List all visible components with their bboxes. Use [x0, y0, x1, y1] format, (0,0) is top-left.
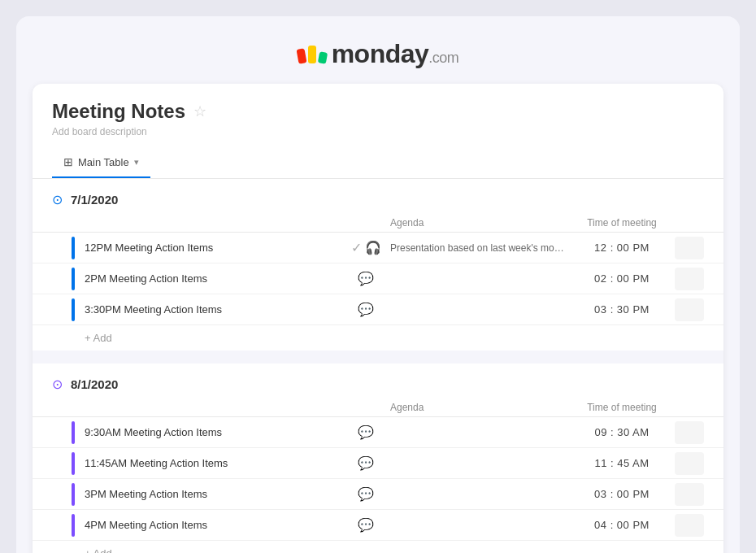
row-name: 11:45AM Meeting Action Items: [85, 457, 341, 469]
header: monday.com: [16, 16, 740, 84]
logo-bar-green: [318, 51, 328, 64]
board-tabs: ⊞ Main Table ▾: [52, 149, 704, 178]
row-status: 💬: [341, 455, 390, 471]
row-time: 02 : 00 PM: [569, 272, 675, 285]
table-icon: ⊞: [63, 155, 73, 168]
comment-icon: 💬: [358, 425, 374, 440]
row-extra: [675, 237, 704, 259]
row-color-bar: [72, 421, 75, 444]
row-color-bar: [72, 298, 75, 321]
col-time-label-2: Time of meeting: [569, 402, 675, 413]
row-name: 12PM Meeting Action Items: [85, 242, 341, 254]
board-header: Meeting Notes ☆ Add board description ⊞ …: [33, 84, 723, 179]
row-status: 💬: [341, 271, 390, 286]
check-icon: ✓: [351, 240, 362, 255]
row-status: 💬: [341, 517, 390, 533]
col-agenda-label-2: Agenda: [390, 402, 569, 413]
comment-icon: 💬: [358, 455, 374, 471]
row-color-bar: [72, 452, 75, 475]
add-row-button-1[interactable]: + Add: [33, 325, 723, 351]
table-area-2: Agenda Time of meeting 9:30AM Meeting Ac…: [33, 398, 723, 553]
row-extra: [675, 268, 704, 290]
board-title: Meeting Notes: [52, 100, 185, 123]
row-time: 12 : 00 PM: [569, 242, 675, 254]
row-time: 11 : 45 AM: [569, 457, 675, 469]
row-status: ✓ 🎧: [341, 240, 390, 255]
group-header-1: ⊙ 7/1/2020: [33, 179, 723, 214]
row-color-bar: [72, 483, 75, 506]
add-row-button-2[interactable]: + Add: [33, 541, 723, 553]
group-section-1: ⊙ 7/1/2020 Agenda Time of meeting 12PM: [33, 179, 723, 351]
tab-chevron-icon: ▾: [134, 157, 139, 168]
table-row[interactable]: 9:30AM Meeting Action Items 💬 09 : 30 AM: [33, 417, 723, 448]
headphone-icon: 🎧: [365, 240, 381, 255]
comment-icon: 💬: [358, 486, 374, 502]
group-expand-icon-2[interactable]: ⊙: [52, 377, 63, 392]
row-extra: [675, 483, 704, 506]
col-headers-2: Agenda Time of meeting: [33, 398, 723, 417]
group-expand-icon-1[interactable]: ⊙: [52, 192, 63, 207]
group-header-2: ⊙ 8/1/2020: [33, 364, 723, 398]
table-area-1: Agenda Time of meeting 12PM Meeting Acti…: [33, 214, 723, 351]
board-title-row: Meeting Notes ☆: [52, 100, 704, 123]
row-extra: [675, 298, 704, 321]
main-table-tab[interactable]: ⊞ Main Table ▾: [52, 149, 150, 178]
comment-icon: 💬: [358, 517, 374, 533]
table-row[interactable]: 11:45AM Meeting Action Items 💬 11 : 45 A…: [33, 448, 723, 479]
row-name: 2PM Meeting Action Items: [85, 272, 341, 285]
table-row[interactable]: 12PM Meeting Action Items ✓ 🎧 Presentati…: [33, 233, 723, 263]
col-agenda-label-1: Agenda: [390, 217, 569, 229]
row-time: 03 : 30 PM: [569, 303, 675, 316]
app-window: monday.com Meeting Notes ☆ Add board des…: [16, 16, 740, 553]
table-row[interactable]: 2PM Meeting Action Items 💬 02 : 00 PM: [33, 263, 723, 294]
row-color-bar: [72, 237, 75, 259]
table-row[interactable]: 4PM Meeting Action Items 💬 04 : 00 PM: [33, 510, 723, 541]
row-name: 3PM Meeting Action Items: [85, 488, 341, 500]
table-row[interactable]: 3:30PM Meeting Action Items 💬 03 : 30 PM: [33, 294, 723, 325]
row-extra: [675, 452, 704, 475]
col-headers-1: Agenda Time of meeting: [33, 214, 723, 233]
comment-icon: 💬: [358, 271, 374, 286]
group-spacer: [33, 351, 723, 364]
row-status: 💬: [341, 486, 390, 502]
row-time: 04 : 00 PM: [569, 519, 675, 531]
logo-text: monday.com: [332, 39, 459, 69]
row-status: 💬: [341, 302, 390, 317]
comment-icon: 💬: [358, 302, 374, 317]
row-name: 9:30AM Meeting Action Items: [85, 426, 341, 438]
table-row[interactable]: 3PM Meeting Action Items 💬 03 : 00 PM: [33, 479, 723, 510]
star-icon[interactable]: ☆: [193, 102, 206, 120]
col-time-label-1: Time of meeting: [569, 217, 675, 229]
board-content: ⊙ 7/1/2020 Agenda Time of meeting 12PM: [33, 179, 723, 553]
row-time: 03 : 00 PM: [569, 488, 675, 500]
logo-bar-yellow: [308, 46, 316, 63]
group-section-2: ⊙ 8/1/2020 Agenda Time of meeting 9:30A: [33, 364, 723, 553]
logo-icon: [298, 46, 327, 63]
logo: monday.com: [298, 39, 459, 69]
row-extra: [675, 421, 704, 444]
group-title-2: 8/1/2020: [71, 377, 118, 391]
logo-bar-red: [296, 48, 306, 63]
board-container: Meeting Notes ☆ Add board description ⊞ …: [33, 84, 723, 553]
row-extra: [675, 514, 704, 537]
row-name: 3:30PM Meeting Action Items: [85, 303, 341, 316]
row-agenda: Presentation based on last week's mont..…: [390, 242, 569, 254]
row-status: 💬: [341, 425, 390, 440]
row-time: 09 : 30 AM: [569, 426, 675, 438]
group-title-1: 7/1/2020: [71, 193, 118, 207]
row-color-bar: [72, 268, 75, 290]
tab-label: Main Table: [78, 156, 129, 168]
board-description[interactable]: Add board description: [52, 126, 704, 137]
row-color-bar: [72, 514, 75, 537]
row-name: 4PM Meeting Action Items: [85, 519, 341, 531]
